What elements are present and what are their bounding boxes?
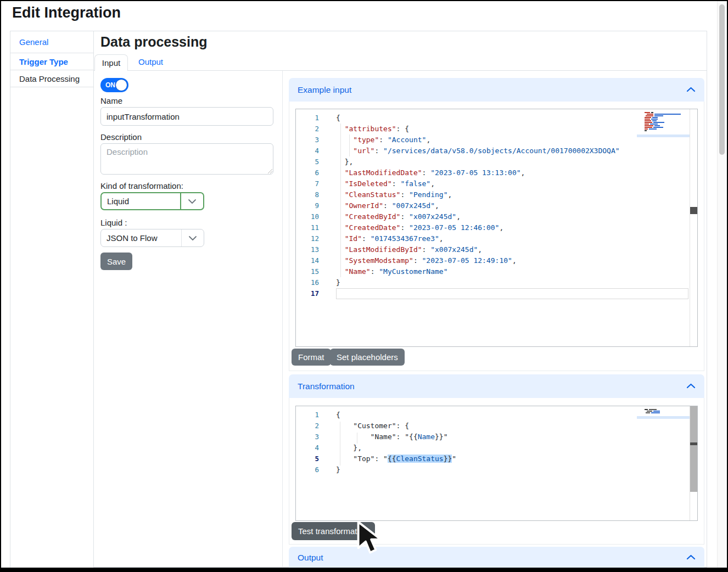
sidebar-item-label: Data Processing	[19, 74, 80, 83]
code-line: 3 "Name": "{{Name}}"	[296, 431, 697, 442]
line-number: 2	[296, 124, 327, 134]
save-button[interactable]: Save	[100, 253, 132, 270]
sidebar-item-label: General	[19, 37, 48, 47]
code-line: 9 "OwnerId": "007x245d",	[296, 200, 697, 211]
tab-output-label: Output	[138, 57, 163, 66]
code-line: 1{	[296, 113, 697, 124]
line-number: 4	[296, 442, 327, 453]
line-number: 3	[296, 431, 327, 442]
output-header[interactable]: Output	[289, 547, 704, 568]
code-line: 11 "CreatedDate": "2023-07-05 12:46:00",	[296, 222, 697, 233]
minimap-viewport[interactable]	[637, 416, 690, 419]
transformation-header[interactable]: Transformation	[289, 374, 704, 398]
section-heading: Data processing	[100, 34, 208, 50]
sidebar-item-label: Trigger Type	[19, 57, 68, 66]
minimap[interactable]	[645, 111, 688, 133]
minimap-viewport[interactable]	[637, 134, 690, 137]
description-input[interactable]	[100, 143, 273, 175]
line-number: 3	[296, 134, 327, 145]
editor-scrollbar[interactable]	[690, 406, 697, 520]
output-title: Output	[298, 553, 323, 563]
line-number: 2	[296, 420, 327, 431]
editor-scrollbar-position[interactable]	[690, 442, 697, 445]
code-line: 12 "Id": "0174534367ree3",	[296, 233, 697, 244]
chevron-down-icon	[180, 193, 203, 209]
current-line-highlight	[336, 288, 688, 299]
example-input-title: Example input	[298, 85, 351, 95]
sidebar-item-trigger-type[interactable]: Trigger Type	[10, 53, 93, 70]
name-label: Name	[100, 96, 122, 105]
example-input-header[interactable]: Example input	[289, 78, 704, 102]
indent-guide	[357, 433, 357, 444]
line-number: 6	[296, 464, 327, 475]
indent-guide	[340, 422, 340, 466]
code-line: 4 "url": "/services/data/v58.0/sobjects/…	[296, 145, 697, 156]
code-line: 17	[296, 288, 697, 299]
page-scrollbar-thumb[interactable]	[719, 4, 725, 155]
line-number: 9	[296, 200, 327, 211]
line-number: 8	[296, 189, 327, 200]
description-label: Description	[100, 132, 142, 142]
line-number: 5	[296, 453, 327, 464]
toggle-knob	[115, 79, 127, 91]
tab-bar-border	[93, 70, 707, 71]
line-number: 16	[296, 277, 327, 288]
line-number: 14	[296, 255, 327, 266]
line-number: 7	[296, 178, 327, 189]
code-line: 4 },	[296, 442, 697, 453]
line-number: 15	[296, 266, 327, 277]
page-title: Edit Integration	[12, 4, 121, 21]
toggle-on-label: ON	[105, 81, 115, 89]
code-line: 6 "LastModifiedDate": "2023-07-05 13:13:…	[296, 167, 697, 178]
liquid-label: Liquid :	[100, 218, 127, 227]
code-line: 2 "attributes": {	[296, 124, 697, 134]
code-line: 8 "CleanStatus": "Pending",	[296, 189, 697, 200]
kind-selected-value: Liquid	[102, 197, 180, 206]
line-number: 5	[296, 156, 327, 167]
chevron-up-icon[interactable]	[686, 85, 696, 95]
code-line: 13 "LastModifiedById": "x007x245d",	[296, 244, 697, 255]
line-number: 11	[296, 222, 327, 233]
code-line: 5 "Top": "{{CleanStatus}}"	[296, 453, 697, 464]
code-line: 15 "Name": "MyCustomerName"	[296, 266, 697, 277]
enabled-toggle[interactable]: ON	[100, 78, 128, 92]
sidebar-item-data-processing[interactable]: Data Processing	[10, 70, 93, 87]
line-number: 17	[296, 288, 327, 299]
liquid-selected-value: JSON to Flow	[101, 233, 181, 243]
minimap[interactable]	[645, 408, 688, 416]
line-number: 13	[296, 244, 327, 255]
liquid-select[interactable]: JSON to Flow	[100, 229, 204, 247]
kind-of-transformation-label: Kind of transformation:	[100, 181, 183, 190]
kind-of-transformation-select[interactable]: Liquid	[100, 192, 204, 210]
frame-top	[0, 0, 728, 1]
example-input-code-editor[interactable]: 1{2 "attributes": {3 "type": "Account",4…	[295, 109, 698, 347]
line-number: 12	[296, 233, 327, 244]
code-line: 5 },	[296, 156, 697, 167]
line-number: 10	[296, 211, 327, 222]
set-placeholders-button[interactable]: Set placeholders	[330, 349, 405, 366]
transformation-title: Transformation	[298, 382, 355, 391]
editor-scrollbar-thumb[interactable]	[690, 406, 697, 492]
sidebar-item-general[interactable]: General	[10, 31, 93, 53]
test-transformation-button[interactable]: Test transformation	[292, 522, 375, 540]
line-number: 1	[296, 410, 327, 420]
name-input[interactable]	[100, 107, 273, 126]
frame-left	[0, 0, 1, 572]
line-number: 6	[296, 167, 327, 178]
code-line: 7 "IsDeleted": "false",	[296, 178, 697, 189]
format-button[interactable]: Format	[292, 349, 331, 366]
code-line: 14 "SystemModstamp": "2023-07-05 12:49:1…	[296, 255, 697, 266]
editor-scrollbar[interactable]	[690, 109, 697, 346]
chevron-down-icon	[181, 229, 204, 246]
transformation-code-editor[interactable]: 1{2 "Customer": {3 "Name": "{{Name}}"4 }…	[295, 406, 698, 521]
chevron-up-icon[interactable]	[686, 553, 696, 563]
code-line: 6}	[296, 464, 697, 475]
tab-input[interactable]: Input	[94, 54, 128, 71]
chevron-up-icon[interactable]	[686, 382, 696, 391]
sidebar: General Trigger Type Data Processing	[10, 31, 93, 568]
code-line: 2 "Customer": {	[296, 420, 697, 431]
tab-output[interactable]: Output	[138, 57, 163, 66]
indent-guide	[349, 134, 350, 156]
frame-bottom	[0, 568, 728, 572]
editor-scrollbar-thumb[interactable]	[690, 207, 697, 214]
